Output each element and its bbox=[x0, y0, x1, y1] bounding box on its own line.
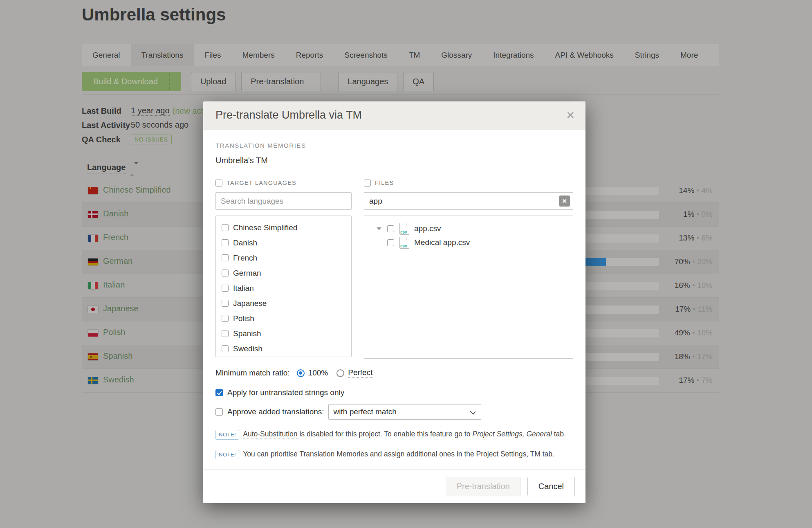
qa-label: QA bbox=[413, 77, 424, 86]
cancel-button[interactable]: Cancel bbox=[527, 477, 575, 496]
progress-percentages: 70% • 20% bbox=[619, 257, 713, 266]
language-checkbox[interactable] bbox=[222, 300, 229, 307]
page-title: Umbrella settings bbox=[82, 5, 226, 25]
tab-more[interactable]: More bbox=[670, 44, 716, 66]
language-flag-icon bbox=[88, 258, 98, 265]
file-tree-row[interactable]: csv Medical app.csv bbox=[364, 236, 573, 249]
file-checkbox[interactable] bbox=[387, 239, 394, 246]
language-flag-icon bbox=[88, 282, 98, 289]
language-option[interactable]: Spanish bbox=[222, 326, 351, 341]
clear-search-icon[interactable]: ✕ bbox=[559, 195, 570, 207]
approved-percent: 17% bbox=[697, 352, 713, 361]
translated-percent: 1% bbox=[683, 210, 694, 218]
build-download-button[interactable]: Build & Download bbox=[82, 72, 169, 91]
apply-untranslated-label[interactable]: Apply for untranslated strings only bbox=[227, 388, 344, 397]
language-checkbox[interactable] bbox=[222, 345, 229, 352]
language-search-wrap bbox=[215, 192, 352, 210]
apply-untranslated-checkbox[interactable] bbox=[215, 389, 223, 396]
project-meta: Last Build 1 year ago (new activity) Las… bbox=[82, 106, 220, 148]
file-tree-row[interactable]: csv app.csv bbox=[364, 222, 573, 236]
match-100-label[interactable]: 100% bbox=[308, 368, 328, 377]
language-option[interactable]: French bbox=[222, 250, 351, 265]
language-option-label: Polish bbox=[233, 314, 254, 323]
build-download-split-button[interactable]: Build & Download bbox=[82, 72, 181, 91]
language-link[interactable]: Polish bbox=[103, 328, 125, 337]
language-link[interactable]: Swedish bbox=[103, 375, 134, 384]
languages-button[interactable]: Languages bbox=[338, 72, 397, 91]
pre-translation-menu-button[interactable]: Pre-translation bbox=[241, 72, 321, 91]
language-option[interactable]: Danish bbox=[222, 235, 351, 250]
languages-label: Languages bbox=[348, 77, 388, 86]
dialog-header: Pre-translate Umbrella via TM ✕ bbox=[203, 101, 585, 130]
collapse-arrow-icon[interactable] bbox=[377, 227, 381, 230]
close-icon[interactable]: ✕ bbox=[564, 108, 576, 122]
files-checkbox[interactable] bbox=[364, 180, 371, 186]
language-option-label: Italian bbox=[233, 284, 254, 293]
language-link[interactable]: French bbox=[103, 233, 128, 242]
match-perfect-radio[interactable] bbox=[336, 369, 344, 377]
language-option-label: Swedish bbox=[233, 344, 262, 353]
more-tab-wrap bbox=[0, 44, 637, 66]
last-build-link[interactable]: 1 year ago bbox=[131, 106, 170, 116]
translated-percent: 49% bbox=[675, 328, 690, 337]
approved-percent: 0% bbox=[702, 210, 713, 218]
pre-translate-dialog: Pre-translate Umbrella via TM ✕ TRANSLAT… bbox=[203, 101, 585, 503]
language-option[interactable]: Japanese bbox=[222, 296, 351, 311]
language-option[interactable]: Chinese Simplified bbox=[222, 220, 351, 235]
language-checkbox[interactable] bbox=[222, 239, 229, 246]
language-column-header[interactable]: Language bbox=[87, 163, 126, 173]
language-checkbox[interactable] bbox=[222, 315, 229, 322]
language-option[interactable]: German bbox=[222, 265, 351, 281]
progress-percentages: 49% • 10% bbox=[619, 328, 713, 337]
translated-percent: 13% bbox=[679, 234, 694, 242]
file-search-input[interactable] bbox=[364, 192, 573, 210]
language-link[interactable]: Spanish bbox=[103, 351, 132, 361]
language-option[interactable]: Polish bbox=[222, 311, 351, 326]
language-flag-icon bbox=[88, 306, 98, 313]
file-checkbox[interactable] bbox=[387, 225, 394, 232]
language-checkbox[interactable] bbox=[222, 270, 229, 276]
language-option-label: Japanese bbox=[233, 299, 267, 308]
language-checkbox-list: Chinese Simplified Danish French bbox=[215, 216, 352, 357]
language-link[interactable]: Italian bbox=[103, 280, 125, 290]
language-option[interactable]: Swedish bbox=[222, 341, 351, 356]
approve-translations-row: Approve added translations: with perfect… bbox=[215, 404, 573, 420]
approved-percent: 10% bbox=[697, 328, 713, 337]
approved-percent: 7% bbox=[702, 376, 713, 384]
progress-percentages: 18% • 17% bbox=[619, 352, 713, 361]
match-100-radio[interactable] bbox=[297, 369, 305, 377]
build-download-menu-button[interactable] bbox=[169, 72, 181, 91]
upload-button[interactable]: Upload bbox=[191, 72, 236, 91]
language-link[interactable]: Chinese Simplified bbox=[103, 185, 171, 195]
chevron-down-icon bbox=[470, 409, 476, 414]
auto-substitution-link[interactable]: Auto-Substitution bbox=[243, 430, 297, 438]
language-checkbox[interactable] bbox=[222, 254, 229, 261]
language-checkbox[interactable] bbox=[222, 224, 229, 231]
target-languages-checkbox[interactable] bbox=[215, 180, 222, 186]
qa-status-badge[interactable]: NO ISSUES bbox=[131, 135, 172, 144]
language-search-input[interactable] bbox=[215, 192, 352, 210]
qa-button[interactable]: QA bbox=[403, 72, 434, 91]
pre-translation-label: Pre-translation bbox=[251, 77, 304, 86]
language-flag-icon bbox=[88, 235, 98, 242]
approve-mode-select[interactable]: with perfect match bbox=[328, 404, 481, 420]
approve-mode-value: with perfect match bbox=[334, 407, 397, 416]
approve-translations-checkbox[interactable] bbox=[215, 408, 223, 416]
language-link[interactable]: Japanese bbox=[103, 304, 139, 313]
language-link[interactable]: German bbox=[103, 256, 132, 266]
language-option[interactable]: Italian bbox=[222, 281, 351, 296]
last-activity-label: Last Activity bbox=[82, 121, 131, 130]
last-activity-link[interactable]: 50 seconds ago bbox=[131, 120, 188, 130]
language-checkbox[interactable] bbox=[222, 285, 229, 292]
progress-percentages: 17% • 7% bbox=[619, 376, 713, 385]
files-column: FILES ✕ csv app.csv bbox=[364, 179, 573, 359]
sort-icon[interactable] bbox=[130, 164, 138, 174]
toolbar-gap bbox=[327, 72, 338, 91]
language-flag-icon bbox=[88, 211, 98, 218]
language-checkbox[interactable] bbox=[222, 330, 229, 337]
language-link[interactable]: Danish bbox=[103, 209, 128, 218]
file-name: Medical app.csv bbox=[414, 238, 470, 247]
pre-translation-submit-button[interactable]: Pre-translation bbox=[446, 477, 521, 496]
approve-translations-label[interactable]: Approve added translations: bbox=[227, 407, 324, 416]
match-perfect-label[interactable]: Perfect bbox=[348, 368, 372, 378]
